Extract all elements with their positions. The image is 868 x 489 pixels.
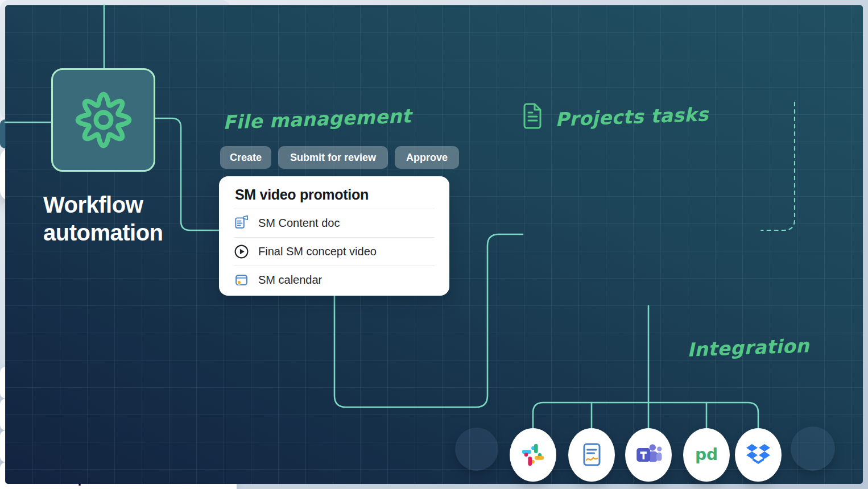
sm-video-promotion-card[interactable]: SM video promotion SM Content doc Final … bbox=[219, 176, 449, 296]
faint-placeholder-circle-left bbox=[455, 428, 498, 471]
list-item-label: SM Content doc bbox=[258, 217, 340, 230]
pandadoc-app-circle[interactable]: pd bbox=[683, 428, 730, 482]
list-item[interactable]: SM Content doc bbox=[234, 209, 435, 237]
list-item[interactable]: Final SM concept video bbox=[234, 237, 435, 266]
pandadoc-monogram: pd bbox=[695, 445, 718, 464]
submit-for-review-button[interactable]: Submit for review bbox=[278, 146, 388, 169]
slack-logo bbox=[519, 441, 547, 469]
create-button[interactable]: Create bbox=[220, 146, 271, 169]
list-item-label: SM calendar bbox=[258, 273, 322, 287]
pandadoc-logo: pd bbox=[692, 440, 721, 470]
workflow-automation-title: Workflow automation bbox=[43, 191, 191, 247]
gear-icon bbox=[70, 86, 137, 154]
play-video-icon bbox=[234, 244, 249, 259]
approve-button[interactable]: Approve bbox=[395, 146, 459, 169]
teams-app-circle[interactable] bbox=[625, 428, 672, 482]
list-item[interactable]: SM calendar bbox=[234, 266, 435, 294]
faint-placeholder-circle-right bbox=[791, 426, 835, 471]
document-icon bbox=[522, 102, 543, 130]
dropbox-app-circle[interactable] bbox=[735, 428, 782, 482]
integration-label: Integration bbox=[687, 334, 809, 360]
slack-app-circle[interactable] bbox=[510, 428, 556, 482]
sign-document-logo bbox=[577, 441, 606, 469]
dropbox-logo bbox=[744, 441, 772, 469]
calendar-icon bbox=[234, 272, 249, 288]
connector-apps-bus bbox=[533, 403, 758, 429]
sm-card-title: SM video promotion bbox=[235, 187, 435, 203]
workflow-automation-node[interactable] bbox=[51, 68, 155, 172]
connector-invoice-dashed bbox=[761, 102, 795, 230]
sign-document-app-circle[interactable] bbox=[568, 428, 615, 482]
teams-logo bbox=[634, 440, 663, 470]
list-item-label: Final SM concept video bbox=[258, 245, 377, 258]
workflow-illustration: Workflow automation File management Crea… bbox=[0, 0, 868, 489]
writer-document-icon bbox=[234, 216, 249, 231]
